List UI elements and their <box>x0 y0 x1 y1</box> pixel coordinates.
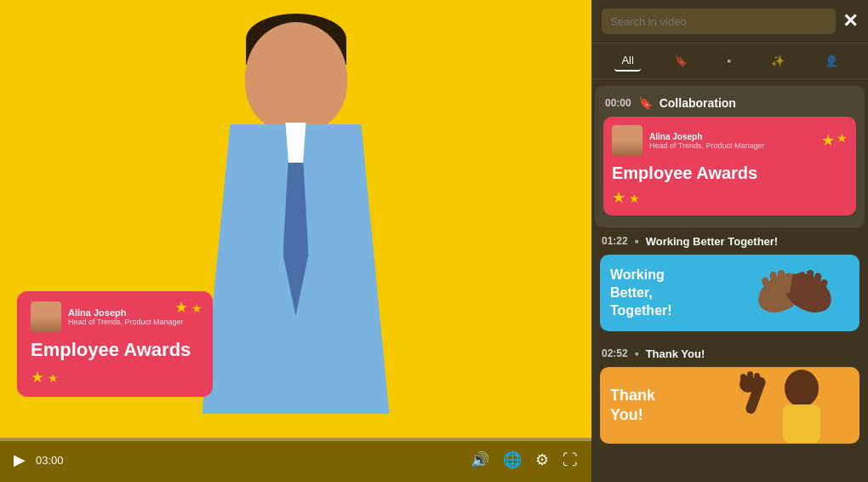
tab-sparkle[interactable]: ✨ <box>764 50 791 72</box>
chapter-2-icon: ▪ <box>635 234 639 248</box>
overlay-card: Alina Joseph Head of Trends, Product Man… <box>17 291 213 397</box>
chapter-1-time: 00:00 <box>605 97 631 109</box>
star-b2: ★ <box>629 192 640 205</box>
filter-tabs: All 🔖 ▪ ✨ 👤 <box>591 43 868 79</box>
chapter-3-icon: ▪ <box>635 347 639 360</box>
scene-working[interactable]: Working Better, Together! <box>600 255 859 331</box>
globe-icon: 🌐 <box>503 450 522 469</box>
star-icon-3: ★ <box>31 369 44 386</box>
scene-stars-right: ★ ★ <box>821 131 848 150</box>
scene-thankyou[interactable]: Thank You! <box>600 367 859 444</box>
scene-employee-content: Alina Joseph Head of Trends, Product Man… <box>603 117 856 215</box>
globe-button[interactable]: 🌐 <box>503 450 522 469</box>
progress-bar-container[interactable] <box>0 438 591 441</box>
tab-slide[interactable]: ▪ <box>720 50 738 72</box>
star-icon-1: ★ <box>174 299 188 316</box>
tab-bookmark[interactable]: 🔖 <box>667 50 694 72</box>
star-r1: ★ <box>821 131 835 150</box>
svg-rect-15 <box>747 371 753 385</box>
overlay-name-block: Alina Joseph Head of Trends, Product Man… <box>68 307 184 326</box>
chapter-working-header: 01:22 ▪ Working Better Together! <box>591 227 868 251</box>
search-header: ✕ <box>591 0 868 43</box>
results-list[interactable]: 00:00 🔖 Collaboration Alina Joseph Head … <box>591 79 868 482</box>
time-display: 03:00 <box>36 454 64 467</box>
working-thumbnail: Working Better, Together! <box>600 255 859 331</box>
video-panel: Alina Joseph Head of Trends, Product Man… <box>0 0 591 482</box>
overlay-award-title: Employee Awards <box>31 339 199 361</box>
thankyou-text-overlay: Thank You! <box>610 386 655 426</box>
scene-person-title: Head of Trends, Product Manager <box>649 141 765 150</box>
star-r2: ★ <box>837 131 848 150</box>
chapter-thankyou-header: 02:52 ▪ Thank You! <box>591 340 868 364</box>
volume-icon: 🔊 <box>471 450 489 469</box>
search-panel: ✕ All 🔖 ▪ ✨ 👤 00:00 🔖 Collaboration <box>591 0 868 482</box>
chapter-thankyou: 02:52 ▪ Thank You! Thank You! <box>591 340 868 444</box>
svg-point-10 <box>785 370 819 407</box>
tab-all[interactable]: All <box>614 50 640 72</box>
scene-employee-awards[interactable]: Alina Joseph Head of Trends, Product Man… <box>603 117 856 215</box>
working-line2: Better, <box>610 285 653 300</box>
sparkle-icon: ✨ <box>771 55 785 67</box>
tab-all-label: All <box>621 54 633 66</box>
chapter-collaboration-header: 00:00 🔖 Collaboration <box>595 89 865 113</box>
slide-icon: ▪ <box>727 55 731 67</box>
svg-rect-16 <box>754 373 760 385</box>
working-line1: Working <box>610 267 665 282</box>
chapter-2-title: Working Better Together! <box>646 235 779 248</box>
overlay-person-title: Head of Trends, Product Manager <box>68 318 184 326</box>
close-button[interactable]: ✕ <box>842 10 858 32</box>
working-text-overlay: Working Better, Together! <box>610 267 672 319</box>
overlay-card-header: Alina Joseph Head of Trends, Product Man… <box>31 301 199 332</box>
thankyou-line1: Thank <box>610 387 655 404</box>
overlay-stars-bottom: ★ ★ <box>31 368 199 387</box>
thankyou-person-illustration <box>717 367 859 444</box>
settings-button[interactable]: ⚙ <box>535 450 549 469</box>
svg-rect-11 <box>783 405 820 443</box>
scene-name-block: Alina Joseph Head of Trends, Product Man… <box>649 132 765 150</box>
search-input-wrapper[interactable] <box>602 9 836 34</box>
settings-icon: ⚙ <box>535 450 549 469</box>
bookmark-icon: 🔖 <box>674 55 688 67</box>
hands-illustration <box>730 255 860 331</box>
chapter-1-icon: 🔖 <box>638 96 653 110</box>
overlay-avatar <box>31 301 61 332</box>
video-background <box>0 0 591 482</box>
fullscreen-button[interactable]: ⛶ <box>562 451 578 469</box>
overlay-person-name: Alina Joseph <box>68 307 184 318</box>
scene-stars-bottom: ★ ★ <box>612 188 848 207</box>
scene-employee-header: Alina Joseph Head of Trends, Product Man… <box>612 125 848 156</box>
scene-avatar <box>612 125 642 156</box>
play-button[interactable]: ▶ <box>14 450 26 469</box>
chapter-1-title: Collaboration <box>660 96 736 110</box>
thankyou-thumbnail: Thank You! <box>600 367 859 444</box>
chapter-2-time: 01:22 <box>602 235 628 247</box>
chapter-3-time: 02:52 <box>602 347 628 359</box>
play-icon: ▶ <box>14 450 26 469</box>
chapter-working: 01:22 ▪ Working Better Together! Working… <box>591 227 868 331</box>
thankyou-line2: You! <box>610 406 643 423</box>
hands-svg <box>744 257 846 330</box>
star-icon-2: ★ <box>191 301 203 315</box>
overlay-stars-top: ★ ★ <box>174 298 203 317</box>
scene-person-name: Alina Joseph <box>649 132 765 141</box>
tab-person[interactable]: 👤 <box>818 50 845 72</box>
person-head <box>245 22 347 133</box>
star-icon-4: ★ <box>48 371 59 385</box>
volume-button[interactable]: 🔊 <box>471 450 489 469</box>
chapter-3-title: Thank You! <box>646 347 705 360</box>
controls-right: 🔊 🌐 ⚙ ⛶ <box>471 450 578 469</box>
fullscreen-icon: ⛶ <box>562 451 578 469</box>
scene-award-title: Employee Awards <box>612 163 848 183</box>
svg-rect-14 <box>740 374 746 386</box>
chapter-collaboration: 00:00 🔖 Collaboration Alina Joseph Head … <box>595 86 865 227</box>
person-icon: 👤 <box>825 55 838 67</box>
search-input[interactable] <box>610 15 827 28</box>
star-b1: ★ <box>612 189 625 206</box>
working-line3: Together! <box>610 302 672 317</box>
video-controls: ▶ 03:00 🔊 🌐 ⚙ ⛶ <box>0 438 591 482</box>
thankyou-person-svg <box>717 367 836 444</box>
